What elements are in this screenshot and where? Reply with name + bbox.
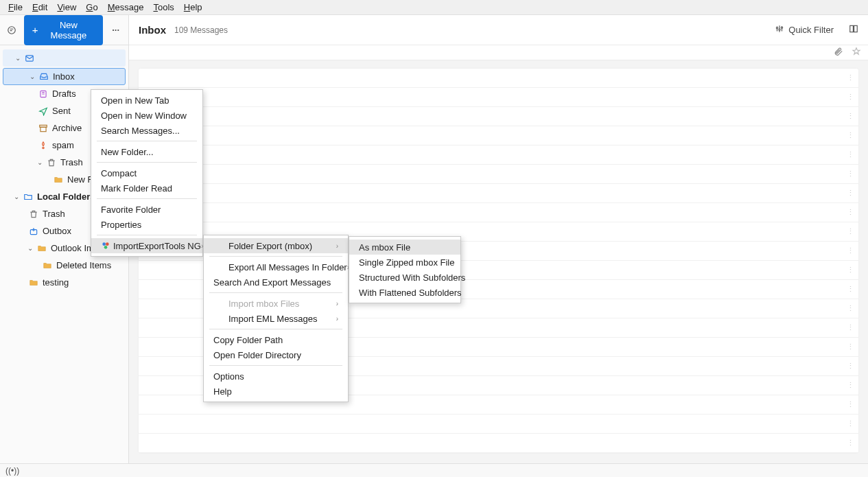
testing-label: testing — [43, 277, 69, 288]
import-export-icon — [101, 241, 110, 251]
folder-inbox[interactable]: ⌄ Inbox — [3, 68, 126, 85]
message-row[interactable]: ⋮ — [139, 126, 858, 146]
menu-tools[interactable]: Tools — [149, 1, 178, 14]
star-icon[interactable] — [852, 47, 861, 58]
new-message-label: New Message — [43, 20, 95, 40]
folder-context-menu: Open in New Tab Open in New Window Searc… — [91, 89, 203, 257]
ctx-favorite-folder[interactable]: Favorite Folder — [91, 202, 202, 217]
folder-icon — [41, 261, 54, 270]
svg-point-5 — [43, 147, 44, 148]
chevron-down-icon: ⌄ — [14, 193, 22, 200]
folder-icon — [27, 278, 40, 288]
ctx-open-new-tab[interactable]: Open in New Tab — [91, 93, 202, 108]
svg-point-9 — [782, 27, 783, 28]
ctx-search-messages[interactable]: Search Messages... — [91, 123, 202, 138]
folder-export-submenu: As mbox File Single Zipped mbox File Str… — [349, 236, 461, 303]
ctx-open-new-window[interactable]: Open in New Window — [91, 108, 202, 123]
ctx-properties[interactable]: Properties — [91, 217, 202, 232]
mail-account-icon — [23, 54, 36, 63]
ctx-help[interactable]: Help — [204, 384, 348, 399]
toolbar-more-icon[interactable]: ··· — [108, 25, 123, 35]
ctx-search-export-messages[interactable]: Search And Export Messages — [204, 275, 348, 290]
chevron-right-icon: › — [336, 300, 338, 307]
menu-edit[interactable]: Edit — [28, 1, 51, 14]
attachment-icon[interactable] — [834, 47, 843, 58]
svg-rect-11 — [854, 25, 858, 32]
account-row[interactable]: ⌄ — [3, 49, 126, 67]
sidebar-toolbar: + New Message ··· — [0, 15, 128, 45]
svg-point-13 — [106, 242, 109, 246]
message-row[interactable]: ⋮ — [139, 107, 858, 126]
search-row — [129, 45, 868, 60]
trash-icon — [45, 158, 58, 167]
status-bar: ((•)) — [0, 463, 868, 477]
ctx-copy-folder-path[interactable]: Copy Folder Path — [204, 332, 348, 347]
menubar: File Edit View Go Message Tools Help — [0, 0, 868, 15]
new-message-button[interactable]: + New Message — [24, 15, 103, 45]
local-folders-label: Local Folders — [37, 191, 95, 202]
spam-icon — [37, 141, 49, 150]
import-export-submenu: Folder Export (mbox) › Export All Messag… — [203, 235, 349, 402]
ctx-structured-subfolders[interactable]: Structured With Subfolders — [349, 270, 460, 285]
deleted-items-label: Deleted Items — [56, 260, 111, 270]
display-options-icon[interactable] — [849, 24, 858, 36]
message-row[interactable]: ⋮ — [139, 415, 858, 434]
folder-testing[interactable]: testing — [1, 274, 127, 291]
ctx-options[interactable]: Options — [204, 369, 348, 384]
ctx-as-mbox-file[interactable]: As mbox File — [349, 240, 460, 255]
folder-title: Inbox — [139, 24, 166, 36]
svg-rect-10 — [850, 25, 854, 32]
sent-icon — [37, 106, 49, 116]
sent-label: Sent — [52, 106, 71, 116]
quick-filter-button[interactable]: Quick Filter — [775, 24, 834, 36]
app-icon[interactable] — [5, 23, 19, 37]
quick-filter-label: Quick Filter — [788, 25, 834, 35]
svg-point-8 — [779, 29, 780, 30]
ctx-flattened-subfolders[interactable]: With Flattened Subfolders — [349, 285, 460, 300]
chevron-down-icon: ⌄ — [15, 54, 23, 62]
ctx-import-export-tools[interactable]: ImportExportTools NG › — [91, 238, 202, 253]
menu-view[interactable]: View — [53, 1, 80, 14]
local-trash-label: Trash — [43, 209, 65, 219]
menu-go[interactable]: Go — [82, 1, 102, 14]
archive-icon — [37, 124, 49, 133]
ctx-export-all-messages[interactable]: Export All Messages In Folder › — [204, 259, 348, 275]
menu-message[interactable]: Message — [104, 1, 148, 14]
spam-label: spam — [52, 140, 74, 150]
folder-icon — [52, 175, 64, 185]
message-count: 109 Messages — [174, 25, 228, 35]
archive-label: Archive — [52, 123, 82, 133]
drafts-label: Drafts — [52, 89, 76, 99]
message-row[interactable]: ⋮ — [139, 184, 858, 203]
outbox-label: Outbox — [43, 226, 71, 236]
message-row[interactable]: ⋮ — [139, 434, 858, 453]
folder-icon — [22, 192, 34, 202]
svg-point-14 — [104, 246, 108, 249]
trash-icon — [27, 209, 40, 219]
folder-icon — [36, 244, 48, 253]
menu-help[interactable]: Help — [180, 1, 207, 14]
ctx-open-folder-directory[interactable]: Open Folder Directory — [204, 347, 348, 362]
svg-point-12 — [102, 242, 106, 246]
message-row[interactable]: ⋮ — [139, 146, 858, 165]
ctx-single-zipped-mbox[interactable]: Single Zipped mbox File — [349, 255, 460, 270]
network-status-icon[interactable]: ((•)) — [5, 466, 19, 476]
menu-file[interactable]: File — [4, 1, 27, 14]
message-row[interactable]: ⋮ — [139, 165, 858, 184]
ctx-mark-folder-read[interactable]: Mark Folder Read — [91, 181, 202, 196]
message-row[interactable]: ⋮ — [139, 203, 858, 222]
folder-deleted-items[interactable]: Deleted Items — [1, 257, 127, 274]
chevron-down-icon: ⌄ — [27, 244, 36, 252]
ctx-import-mbox-files[interactable]: Import mbox Files › — [204, 296, 348, 311]
chevron-down-icon: ⌄ — [30, 73, 38, 80]
ctx-folder-export-mbox[interactable]: Folder Export (mbox) › — [204, 238, 348, 253]
ctx-import-eml-messages[interactable]: Import EML Messages › — [204, 311, 348, 326]
chevron-right-icon: › — [336, 242, 338, 250]
inbox-label: Inbox — [53, 71, 75, 82]
message-row[interactable]: ⋮ — [139, 69, 858, 88]
message-row[interactable]: ⋮ — [139, 88, 858, 107]
ctx-compact[interactable]: Compact — [91, 165, 202, 181]
ctx-new-folder[interactable]: New Folder... — [91, 144, 202, 159]
outbox-icon — [27, 226, 40, 236]
drafts-icon — [37, 89, 49, 99]
